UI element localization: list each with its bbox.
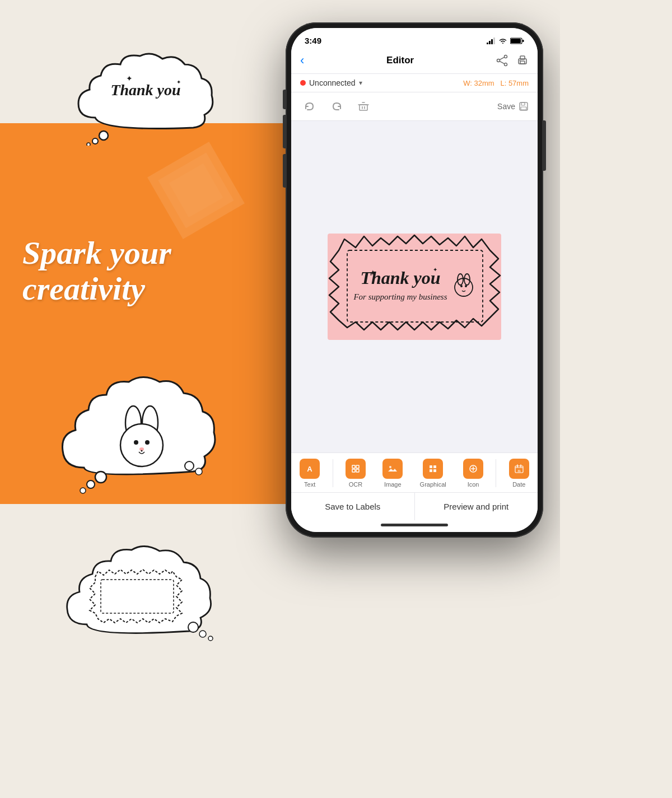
- ocr-tool-icon: [346, 459, 366, 479]
- canvas-area[interactable]: Thank you ✦ ✦ For suppor: [291, 121, 538, 452]
- ocr-icon: [349, 463, 362, 475]
- toolbar-divider-2: [496, 459, 496, 487]
- share-icon[interactable]: [496, 54, 508, 67]
- clear-button[interactable]: [354, 97, 373, 116]
- svg-point-24: [208, 636, 213, 641]
- svg-point-19: [185, 461, 194, 470]
- toolbar-item-text[interactable]: A Text: [295, 459, 324, 488]
- home-indicator: [291, 520, 538, 532]
- header-title: Editor: [386, 55, 414, 66]
- svg-rect-71: [430, 469, 432, 472]
- svg-line-35: [500, 61, 504, 64]
- svg-point-13: [145, 440, 150, 445]
- action-buttons: Save to Labels Preview and print: [291, 492, 538, 520]
- toolbar-item-graphical[interactable]: Graphical: [416, 459, 451, 488]
- phone-button-power: [543, 120, 546, 171]
- svg-point-17: [87, 480, 95, 488]
- wifi-icon: [498, 38, 507, 44]
- save-button[interactable]: Save: [497, 101, 529, 111]
- phone-button-volume-down: [283, 154, 286, 188]
- label-canvas: Thank you ✦ ✦ For suppor: [328, 234, 501, 340]
- undo-button[interactable]: [300, 97, 319, 116]
- status-bar: 3:49: [291, 28, 538, 49]
- svg-rect-72: [433, 469, 436, 472]
- connection-label: Unconnected: [309, 78, 356, 87]
- svg-rect-70: [433, 465, 436, 468]
- toolbar-item-date[interactable]: 31 Date: [505, 459, 534, 488]
- toolbar-left-buttons: [300, 97, 373, 116]
- svg-point-8: [87, 143, 90, 146]
- icon-tool-icon: [463, 459, 483, 479]
- length-label: L:: [500, 79, 506, 87]
- svg-point-33: [497, 59, 500, 62]
- date-tool-label: Date: [512, 481, 525, 488]
- status-time: 3:49: [305, 36, 321, 45]
- svg-line-36: [500, 57, 504, 60]
- redo-icon: [330, 101, 343, 111]
- graphical-tool-icon: [423, 459, 443, 479]
- image-icon: [386, 463, 399, 475]
- width-label: W:: [463, 79, 472, 87]
- toolbar-item-ocr[interactable]: OCR: [341, 459, 370, 488]
- tagline: Spark your creativity: [22, 235, 171, 307]
- width-value: 32mm: [474, 79, 494, 87]
- back-button[interactable]: ‹: [300, 53, 304, 68]
- svg-point-12: [134, 440, 138, 445]
- save-to-labels-button[interactable]: Save to Labels: [291, 493, 415, 520]
- clear-icon: [357, 100, 370, 113]
- svg-text:✦: ✦: [370, 268, 376, 277]
- svg-point-56: [465, 285, 467, 287]
- battery-icon: [510, 38, 524, 44]
- editor-toolbar: Save: [291, 92, 538, 121]
- svg-rect-25: [487, 43, 488, 44]
- toolbar-item-image[interactable]: Image: [378, 459, 407, 488]
- connection-status[interactable]: Unconnected ▾: [300, 78, 362, 87]
- svg-rect-66: [388, 464, 398, 474]
- svg-point-23: [199, 631, 206, 637]
- svg-point-55: [460, 285, 463, 287]
- bottom-toolbar: A Text: [291, 452, 538, 492]
- graphical-icon: [427, 463, 439, 475]
- home-bar: [381, 524, 448, 526]
- date-icon: 31: [513, 463, 525, 475]
- svg-text:✦: ✦: [126, 74, 133, 83]
- text-tool-label: Text: [304, 481, 315, 488]
- toolbar-item-icon[interactable]: Icon: [459, 459, 488, 488]
- svg-text:Thank you: Thank you: [110, 81, 180, 99]
- svg-rect-41: [360, 105, 367, 110]
- svg-point-16: [95, 472, 106, 483]
- text-icon: A: [304, 463, 316, 475]
- svg-point-6: [99, 131, 108, 140]
- label-artwork: Thank you ✦ ✦ For suppor: [328, 234, 501, 340]
- svg-rect-31: [522, 40, 524, 42]
- save-label: Save: [497, 102, 515, 111]
- svg-text:✦: ✦: [176, 79, 181, 85]
- phone-screen: 3:49: [291, 28, 538, 532]
- connection-bar: Unconnected ▾ W: 32mm L: 57mm: [291, 74, 538, 92]
- add-icon: [467, 463, 479, 475]
- svg-rect-39: [520, 61, 525, 64]
- ocr-tool-label: OCR: [349, 481, 362, 488]
- toolbar-divider-1: [333, 459, 333, 487]
- phone-button-mute: [283, 90, 286, 109]
- app-header: ‹ Editor: [291, 49, 538, 74]
- svg-point-18: [80, 488, 86, 493]
- redo-button[interactable]: [327, 97, 346, 116]
- svg-text:For supporting my business: For supporting my business: [353, 292, 447, 301]
- svg-point-40: [520, 60, 521, 61]
- thought-bubble-label: [62, 538, 224, 650]
- image-tool-icon: [382, 459, 403, 479]
- phone-button-volume-up: [283, 115, 286, 148]
- print-icon[interactable]: [516, 54, 529, 67]
- save-icon: [519, 101, 529, 111]
- svg-point-34: [505, 63, 507, 66]
- svg-point-32: [505, 55, 507, 58]
- svg-point-7: [92, 138, 98, 144]
- preview-print-button[interactable]: Preview and print: [415, 493, 538, 520]
- svg-rect-27: [491, 39, 493, 44]
- svg-rect-47: [521, 107, 526, 110]
- toolbar-items-row: A Text: [291, 459, 538, 488]
- svg-point-11: [120, 424, 163, 466]
- svg-rect-28: [493, 38, 495, 44]
- text-tool-icon: A: [300, 459, 320, 479]
